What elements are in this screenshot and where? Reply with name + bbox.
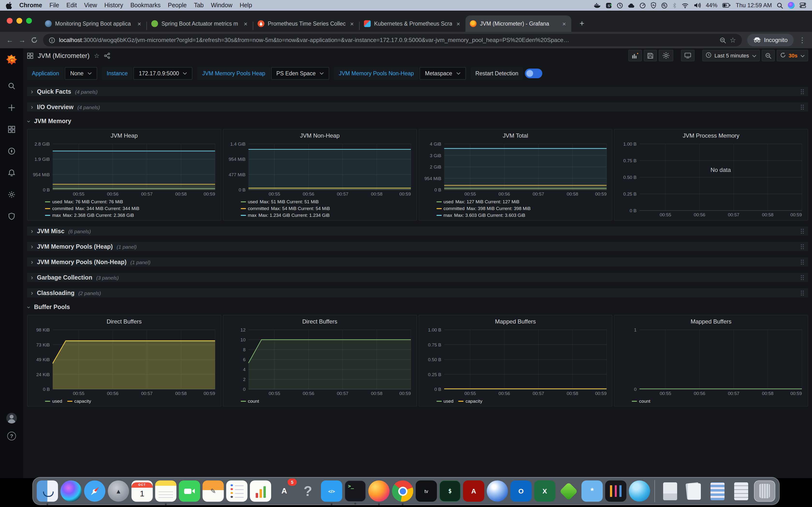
dock-doc-striped-icon[interactable] — [730, 481, 752, 502]
browser-tab[interactable]: JVM (Micrometer) - Grafana× — [465, 15, 571, 32]
panel-title[interactable]: Direct Buffers — [226, 318, 414, 326]
restart-detection-toggle[interactable] — [525, 68, 543, 78]
window-close-button[interactable] — [7, 18, 12, 24]
row-drag-handle-icon[interactable] — [800, 228, 804, 234]
window-minimize-button[interactable] — [16, 18, 22, 24]
dock-green-diamond-icon[interactable] — [558, 481, 579, 502]
menu-item-window[interactable]: Window — [211, 2, 233, 9]
dock-doc-plain-icon[interactable] — [659, 481, 680, 502]
dock-launchpad-icon[interactable]: ▲ — [108, 481, 129, 502]
variable-label[interactable]: JVM Memory Pools Heap — [197, 67, 270, 80]
dock-finder-icon[interactable] — [37, 481, 58, 502]
legend-item-committed[interactable]: committed Max: 54 MiB Current: 54 MiB — [241, 205, 330, 212]
menu-item-chrome[interactable]: Chrome — [19, 2, 42, 9]
sidebar-shield-icon[interactable] — [7, 212, 16, 221]
menu-item-file[interactable]: File — [49, 2, 59, 9]
gauge-icon[interactable] — [640, 2, 646, 8]
browser-tab[interactable]: Prometheus Time Series Collec× — [253, 15, 359, 32]
tab-close-icon[interactable]: × — [243, 20, 248, 27]
dock-outlook-icon[interactable]: O — [510, 481, 532, 502]
legend-item-max[interactable]: max Max: 3.603 GiB Current: 3.603 GiB — [436, 212, 525, 218]
dock-kubernetes-icon[interactable]: * — [581, 481, 603, 502]
dock-app-store-icon[interactable]: A5 — [273, 481, 295, 502]
cloud-icon[interactable] — [628, 3, 635, 8]
dashboard-row-buffer-pools[interactable]: ›Buffer Pools — [28, 304, 808, 311]
dock-siri-icon[interactable] — [60, 481, 82, 502]
docker-icon[interactable] — [594, 2, 601, 8]
menu-bar-clock[interactable]: Thu 12:59 AM — [736, 2, 772, 9]
dock-blue-sphere-icon[interactable] — [629, 481, 650, 502]
apple-icon[interactable] — [6, 2, 12, 9]
browser-tab[interactable]: Kubernetes & Prometheus Scra× — [360, 15, 465, 32]
sidebar-dashboards-icon[interactable] — [7, 125, 16, 134]
legend-item-committed[interactable]: committed Max: 344 MiB Current: 344 MiB — [45, 205, 140, 212]
dashboard-grid-icon[interactable] — [27, 52, 33, 59]
legend-item-max[interactable]: max Max: 2.368 GiB Current: 2.368 GiB — [45, 212, 134, 218]
legend-item-used[interactable]: used — [45, 398, 62, 404]
grafana-logo-icon[interactable] — [4, 53, 19, 67]
forward-icon[interactable]: → — [18, 36, 26, 44]
row-drag-handle-icon[interactable] — [800, 275, 804, 280]
save-dashboard-button[interactable] — [644, 50, 657, 61]
row-drag-handle-icon[interactable] — [800, 89, 804, 95]
help-icon[interactable]: ? — [7, 432, 16, 440]
zoom-out-time-button[interactable] — [761, 50, 774, 61]
chrome-menu-icon[interactable]: ⋮ — [799, 36, 806, 44]
dashboard-row-jvm-memory-pools-non-heap-[interactable]: ›JVM Memory Pools (Non-Heap)(1 panel) — [27, 258, 808, 267]
legend-item-committed[interactable]: committed Max: 398 MiB Current: 398 MiB — [436, 205, 531, 212]
dock-vscode-icon[interactable]: </> — [321, 481, 342, 502]
add-panel-button[interactable] — [628, 50, 642, 61]
panel-title[interactable]: Mapped Buffers — [422, 318, 609, 326]
panel-title[interactable]: JVM Total — [422, 132, 609, 140]
variable-value-dropdown[interactable]: 172.17.0.9:5000 — [134, 67, 193, 80]
row-drag-handle-icon[interactable] — [800, 104, 804, 110]
page-info-icon[interactable] — [49, 37, 55, 43]
menu-item-view[interactable]: View — [84, 2, 97, 9]
tab-close-icon[interactable]: × — [456, 20, 461, 27]
dock-safari-icon[interactable] — [84, 481, 105, 502]
address-bar[interactable]: localhost:3000/d/wogq6bKGz/jvm-micromete… — [43, 34, 742, 46]
dock-reminders-icon[interactable] — [226, 481, 248, 502]
browser-tab[interactable]: Monitoring Spring Boot applica× — [41, 15, 146, 32]
panel-title[interactable]: JVM Process Memory — [617, 132, 805, 140]
time-range-picker[interactable]: Last 5 minutes — [702, 50, 760, 61]
sidebar-settings-icon[interactable] — [7, 190, 16, 199]
legend-item-used[interactable]: used Max: 76 MiB Current: 76 MiB — [45, 199, 123, 205]
dock-chrome-icon[interactable] — [392, 481, 413, 502]
menu-item-people[interactable]: People — [168, 2, 187, 9]
sidebar-plus-icon[interactable] — [7, 103, 16, 112]
siri-icon[interactable] — [788, 2, 795, 9]
control-center-icon[interactable] — [800, 2, 806, 8]
dock-calendar-icon[interactable]: OCT1 — [132, 481, 153, 502]
legend-item-capacity[interactable]: capacity — [458, 398, 483, 404]
menu-item-tab[interactable]: Tab — [194, 2, 203, 9]
dock-missing-app-icon[interactable]: ? — [297, 481, 318, 502]
dashboard-settings-button[interactable] — [659, 50, 673, 61]
dashboard-row-garbage-collection[interactable]: ›Garbage Collection(3 panels) — [27, 273, 808, 282]
row-drag-handle-icon[interactable] — [800, 290, 804, 296]
tab-close-icon[interactable]: × — [137, 20, 142, 27]
variable-label[interactable]: JVM Memory Pools Non-Heap — [334, 67, 419, 80]
legend-item-used[interactable]: used Max: 127 MiB Current: 127 MiB — [436, 199, 519, 205]
tab-close-icon[interactable]: × — [561, 20, 567, 27]
panel-title[interactable]: JVM Heap — [31, 132, 218, 140]
new-tab-button[interactable]: + — [575, 17, 589, 31]
panel-title[interactable]: Direct Buffers — [31, 318, 218, 326]
zoom-page-icon[interactable] — [720, 37, 726, 43]
dock-doc-stack-icon[interactable] — [683, 481, 704, 502]
dashboard-row-jvm-memory-pools-heap-[interactable]: ›JVM Memory Pools (Heap)(1 panel) — [27, 242, 808, 251]
dock-apple-tv-icon[interactable]: tv — [416, 481, 437, 502]
wifi-icon[interactable] — [682, 3, 689, 8]
dock-facetime-icon[interactable] — [179, 481, 200, 502]
dock-excel-icon[interactable]: X — [534, 481, 555, 502]
battery-icon[interactable] — [722, 3, 731, 8]
dock-iterm-icon[interactable]: $ — [439, 481, 461, 502]
dashboard-row-jvm-memory[interactable]: ›JVM Memory — [28, 118, 808, 125]
cycle-view-button[interactable] — [681, 50, 695, 61]
browser-tab[interactable]: Spring Boot Actuator metrics m× — [147, 15, 253, 32]
variable-label[interactable]: Application — [27, 67, 64, 80]
panel-title[interactable]: JVM Non-Heap — [226, 132, 414, 140]
dashboard-row-i-o-overview[interactable]: ›I/O Overview(4 panels) — [27, 102, 808, 112]
bluetooth-icon[interactable] — [672, 2, 677, 8]
legend-item-count[interactable]: count — [241, 398, 259, 404]
